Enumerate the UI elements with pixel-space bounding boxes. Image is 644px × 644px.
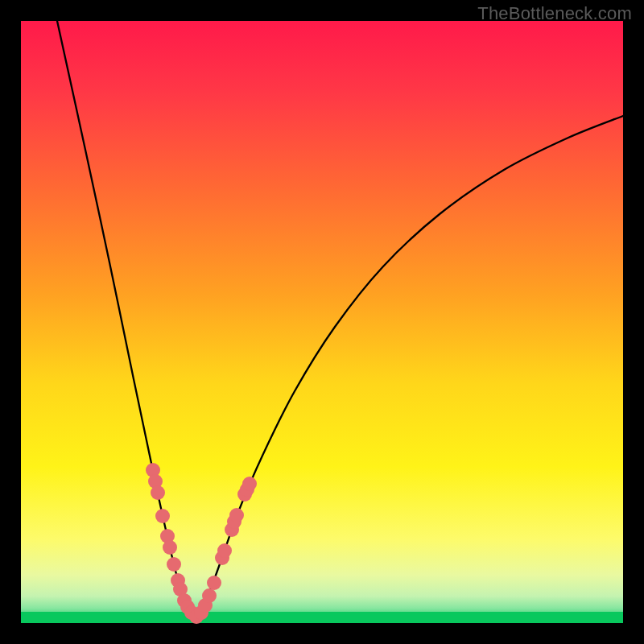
marker-layer [21,21,623,623]
data-marker [167,557,181,572]
data-marker [217,543,232,558]
data-marker [155,509,170,523]
data-marker [207,576,221,590]
watermark-text: TheBottleneck.com [477,3,632,24]
data-marker [229,508,244,522]
data-marker [202,588,217,603]
data-marker [242,477,257,491]
data-marker [151,485,165,500]
chart-frame [21,21,623,623]
data-marker [163,540,177,555]
